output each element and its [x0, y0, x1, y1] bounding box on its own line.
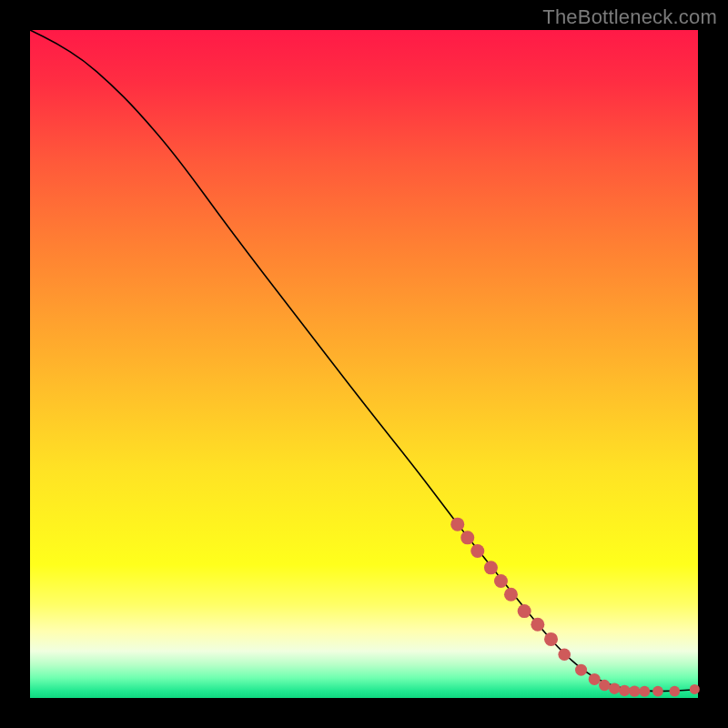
data-point — [460, 531, 474, 544]
data-point — [518, 604, 531, 618]
data-point — [494, 574, 508, 588]
plot-area — [30, 30, 698, 698]
markers-group — [450, 518, 700, 697]
data-point — [450, 518, 464, 531]
data-point — [558, 648, 571, 661]
data-point — [544, 632, 558, 646]
data-point — [609, 683, 620, 694]
watermark-text: TheBottleneck.com — [542, 5, 717, 29]
data-point — [531, 618, 544, 632]
chart-svg — [30, 30, 698, 698]
data-point — [470, 544, 484, 558]
data-point — [484, 561, 498, 574]
curve-line — [30, 30, 698, 692]
data-point — [589, 673, 601, 685]
data-point — [629, 685, 640, 696]
data-point — [670, 686, 681, 697]
data-point — [575, 664, 587, 676]
data-point — [690, 684, 700, 694]
chart-frame: TheBottleneck.com — [0, 0, 728, 728]
data-point — [652, 686, 663, 697]
data-point — [619, 685, 630, 696]
data-point — [504, 588, 518, 602]
data-point — [639, 686, 650, 697]
data-point — [599, 680, 610, 691]
